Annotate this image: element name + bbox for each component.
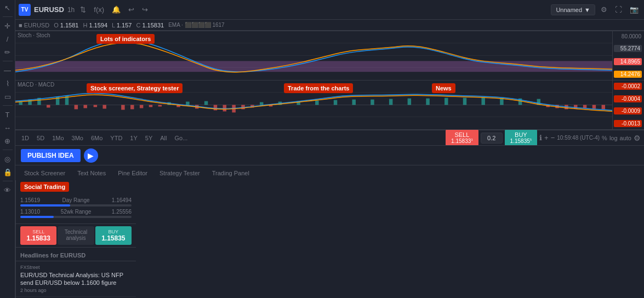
brush-tool[interactable]: ✏ <box>2 47 13 58</box>
svg-rect-216 <box>602 105 605 110</box>
screenshot-btn[interactable]: 📷 <box>628 4 641 15</box>
period-1y[interactable]: 1Y <box>127 134 140 142</box>
tab-trading-panel[interactable]: Trading Panel <box>207 168 255 179</box>
cursor-tool[interactable]: ↖ <box>2 2 13 13</box>
social-trading-badge: Social Trading <box>20 182 69 192</box>
compare-btn[interactable]: ⇅ <box>78 4 88 15</box>
auto-label[interactable]: auto <box>620 135 631 141</box>
period-all[interactable]: All <box>157 134 169 142</box>
week-range-bar <box>20 216 132 218</box>
stoch-canvas[interactable]: Stoch · Stoch Lots of indicators <box>15 31 612 80</box>
replay-btn[interactable]: ↩ <box>126 4 136 15</box>
plus-icon[interactable]: + <box>544 134 549 142</box>
zoom-tool[interactable]: ⊕ <box>2 135 13 146</box>
app-logo: TV <box>19 4 31 16</box>
ohlc-close: C 1.15831 <box>136 22 164 28</box>
symbol-name[interactable]: EURUSD <box>34 5 64 14</box>
unnamed-layout-btn[interactable]: Unnamed ▼ <box>551 4 595 15</box>
trade-buy-btn[interactable]: BUY 1.15835 <box>95 226 132 245</box>
alerts-btn[interactable]: 🔔 <box>110 4 123 15</box>
stoch-val-3: 14.2476 <box>614 71 642 78</box>
week-range-label: 52wk Range <box>61 209 92 215</box>
svg-rect-201 <box>158 105 162 107</box>
svg-rect-188 <box>481 98 485 105</box>
replay-fwd-btn[interactable]: ↪ <box>140 4 150 15</box>
settings-icon[interactable]: ⚙ <box>634 134 641 142</box>
macd-canvas[interactable]: MACD · MACD Stock screener, Strategy tes… <box>15 81 612 129</box>
news-item-1[interactable]: FXStreet EUR/USD Technical Analysis: US … <box>16 261 136 297</box>
stoch-val-2: 14.8965 <box>614 58 642 65</box>
day-range-row: 1.15619 Day Range 1.16494 <box>20 197 132 203</box>
period-1d[interactable]: 1D <box>19 134 32 142</box>
stoch-level-80: 80.0000 <box>614 33 643 39</box>
period-1mo[interactable]: 1Mo <box>49 134 66 142</box>
rectangle-tool[interactable]: ▭ <box>2 91 13 102</box>
settings-btn[interactable]: ⚙ <box>599 4 609 15</box>
period-6mo[interactable]: 6Mo <box>88 134 105 142</box>
tab-strategy-tester[interactable]: Strategy Tester <box>154 168 206 179</box>
annotation-lots-of-indicators: Lots of indicators <box>96 34 155 44</box>
macd-neg1: -0.0002 <box>614 83 642 90</box>
sell-button-small[interactable]: SELL 1.158333 <box>446 129 478 146</box>
annotation-news: News <box>432 83 455 93</box>
range-section: 1.15619 Day Range 1.16494 1.13010 52wk R… <box>16 194 136 224</box>
tab-stock-screener[interactable]: Stock Screener <box>19 168 71 179</box>
fibonacci-tool[interactable]: ⌇ <box>2 78 13 89</box>
crosshair-tool[interactable]: ✛ <box>2 20 13 31</box>
macd-neg4: -0.0013 <box>614 120 642 127</box>
period-5d[interactable]: 5D <box>34 134 47 142</box>
period-go[interactable]: Go... <box>172 134 191 142</box>
measure-tool[interactable]: ↔ <box>2 122 13 133</box>
day-range-fill <box>20 204 70 207</box>
macd-scale: -0.0002 -0.0004 -0.0009 -0.0013 <box>612 81 644 129</box>
svg-rect-184 <box>408 99 411 105</box>
trendline-tool[interactable]: / <box>2 33 13 44</box>
text-tool[interactable]: T <box>2 109 13 120</box>
sell-label-trade: SELL <box>23 229 54 234</box>
news-source-1: FXStreet <box>20 265 132 270</box>
tab-text-notes[interactable]: Text Notes <box>72 168 111 179</box>
publish-idea-btn[interactable]: PUBLISH IDEA <box>21 149 81 162</box>
svg-rect-215 <box>592 105 596 109</box>
fullscreen-btn[interactable]: ⛶ <box>613 4 624 15</box>
macd-label: MACD · MACD <box>18 82 54 88</box>
buy-button-small[interactable]: BUY 1.158355 <box>505 129 538 146</box>
week-range-high: 1.25556 <box>112 209 132 215</box>
technical-analysis-btn[interactable]: Technical analysis <box>58 226 94 245</box>
svg-rect-181 <box>352 100 356 105</box>
day-range-label: Day Range <box>62 197 89 203</box>
ema-label: EMA · ⬛⬛⬛⬛ 1617 <box>168 22 224 28</box>
svg-rect-200 <box>149 105 152 107</box>
period-ytd[interactable]: YTD <box>107 134 125 142</box>
day-range-low: 1.15619 <box>20 197 40 203</box>
magnet-tool[interactable]: ◎ <box>2 153 13 164</box>
horizontal-line-tool[interactable]: — <box>2 65 13 76</box>
svg-rect-194 <box>83 105 87 108</box>
period-5y[interactable]: 5Y <box>143 134 155 142</box>
svg-rect-204 <box>214 105 217 111</box>
svg-rect-183 <box>389 99 392 105</box>
macd-neg3: -0.0009 <box>614 107 642 114</box>
lock-tool[interactable]: 🔒 <box>2 167 13 177</box>
period-3mo[interactable]: 3Mo <box>69 134 86 142</box>
day-range-high: 1.16494 <box>112 197 132 203</box>
week-range-low: 1.13010 <box>20 209 40 215</box>
eye-tool[interactable]: 👁 <box>2 185 13 196</box>
ohlc-open: O 1.1581 <box>54 22 78 28</box>
pct-label[interactable]: % <box>602 135 607 141</box>
indicators-btn[interactable]: f(x) <box>92 4 106 15</box>
svg-rect-192 <box>47 105 50 108</box>
svg-rect-187 <box>463 98 466 105</box>
toolbar-separator-3 <box>3 105 13 106</box>
toolbar-separator-4 <box>3 150 13 150</box>
order-quantity[interactable] <box>481 133 503 144</box>
timeframe-selector[interactable]: 1h <box>67 6 75 14</box>
log-label[interactable]: log <box>609 135 618 141</box>
svg-rect-185 <box>426 99 429 105</box>
tab-pine-editor[interactable]: Pine Editor <box>112 168 153 179</box>
social-trading-wrapper: Social Trading <box>16 180 136 194</box>
trade-sell-btn[interactable]: SELL 1.15833 <box>20 226 56 245</box>
info-icon[interactable]: ℹ <box>539 134 542 142</box>
play-btn[interactable]: ▶ <box>84 148 98 163</box>
minus-icon[interactable]: − <box>551 134 555 142</box>
